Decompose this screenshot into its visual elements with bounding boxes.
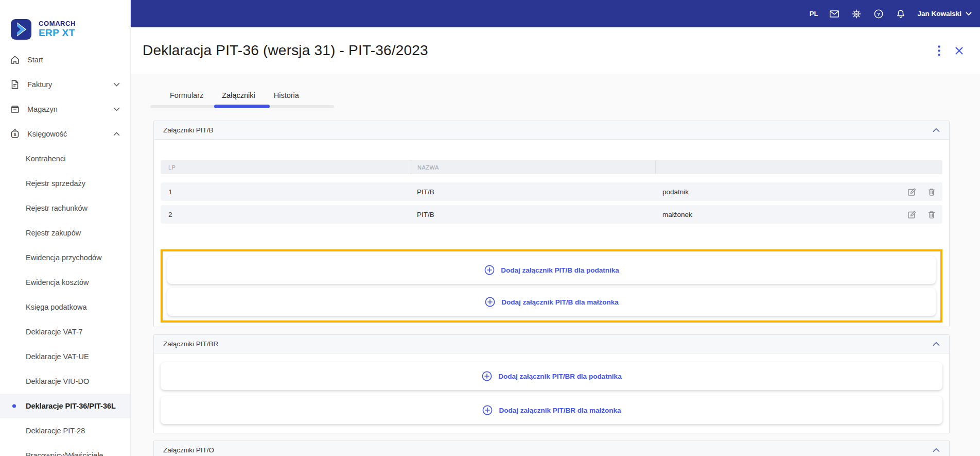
cell-nazwa: PIT/B xyxy=(411,188,655,196)
sidebar-item-deklaracje-pit28[interactable]: Deklaracje PIT-28 xyxy=(0,418,130,443)
cell-lp: 2 xyxy=(161,211,411,218)
sidebar: COMARCH ERP XT Start Faktury xyxy=(0,0,131,456)
add-button-label: Dodaj załącznik PIT/BR dla podatnika xyxy=(498,373,621,380)
add-pitbr-podatnik-button[interactable]: Dodaj załącznik PIT/BR dla podatnika xyxy=(161,362,942,390)
sidebar-item-label: Magazyn xyxy=(27,105,58,113)
svg-text:?: ? xyxy=(878,11,881,16)
warehouse-icon xyxy=(9,104,21,115)
edit-icon[interactable] xyxy=(907,210,917,219)
column-header-lp: LP xyxy=(161,160,411,174)
kebab-menu-icon[interactable] xyxy=(938,45,940,56)
sidebar-item-ewidencja-kosztow[interactable]: Ewidencja kosztów xyxy=(0,270,130,295)
brand-logo[interactable]: COMARCH ERP XT xyxy=(0,0,130,47)
comarch-logo-icon xyxy=(10,19,32,40)
chevron-up-icon[interactable] xyxy=(933,448,940,452)
section-pitb-header[interactable]: Załączniki PIT/B xyxy=(154,121,949,140)
topbar: PL ? Jan Kowalski xyxy=(131,0,980,27)
tab-formularz[interactable]: Formularz xyxy=(161,89,213,102)
sidebar-item-label: Rejestr sprzedaży xyxy=(26,179,85,188)
table-row[interactable]: 1 PIT/B podatnik xyxy=(161,182,942,201)
user-menu[interactable]: Jan Kowalski xyxy=(917,10,972,18)
sidebar-item-label: Deklaracje PIT-28 xyxy=(26,427,85,435)
mail-icon[interactable] xyxy=(829,8,840,20)
sidebar-item-deklaracje-vatue[interactable]: Deklaracje VAT-UE xyxy=(0,344,130,369)
sidebar-item-label: Kontrahenci xyxy=(26,155,65,163)
sidebar-item-rejestr-sprzedazy[interactable]: Rejestr sprzedaży xyxy=(0,171,130,196)
add-pitb-malzonek-button[interactable]: Dodaj załącznik PIT/B dla małżonka xyxy=(167,288,936,316)
sidebar-item-deklaracje-pit36[interactable]: Deklaracje PIT-36/PIT-36L xyxy=(0,394,130,418)
user-name: Jan Kowalski xyxy=(917,10,961,18)
chevron-down-icon xyxy=(113,107,120,111)
sidebar-item-label: Ewidencja przychodów xyxy=(26,254,102,262)
gear-icon[interactable] xyxy=(851,8,862,20)
add-button-label: Dodaj załącznik PIT/B dla małżonka xyxy=(501,298,618,306)
cell-lp: 1 xyxy=(161,188,411,196)
sidebar-item-label: Deklaracje PIT-36/PIT-36L xyxy=(26,402,116,410)
section-title: Załączniki PIT/B xyxy=(163,126,214,134)
section-pitbr-header[interactable]: Załączniki PIT/BR xyxy=(154,335,949,353)
plus-circle-icon xyxy=(484,264,495,276)
main-area: PL ? Jan Kowalski xyxy=(131,0,980,456)
plus-circle-icon xyxy=(481,370,493,382)
section-pito-header[interactable]: Załączniki PIT/O xyxy=(154,441,949,456)
cell-nazwa: PIT/B xyxy=(411,211,655,218)
sidebar-item-label: Faktury xyxy=(27,80,52,89)
sidebar-item-rejestr-rachunkow[interactable]: Rejestr rachunków xyxy=(0,196,130,221)
sidebar-item-label: Rejestr rachunków xyxy=(26,204,87,212)
sidebar-item-start[interactable]: Start xyxy=(0,47,130,72)
add-button-label: Dodaj załącznik PIT/BR dla małżonka xyxy=(499,407,621,414)
add-pitbr-malzonek-button[interactable]: Dodaj załącznik PIT/BR dla małżonka xyxy=(161,396,942,424)
bell-icon[interactable] xyxy=(895,8,906,20)
app-root: COMARCH ERP XT Start Faktury xyxy=(0,0,980,456)
section-title: Załączniki PIT/O xyxy=(163,446,214,454)
brand-product: ERP XT xyxy=(39,28,76,39)
sidebar-item-label: Księgowość xyxy=(27,130,67,138)
svg-text:$: $ xyxy=(13,132,16,137)
page-header: Deklaracja PIT-36 (wersja 31) - PIT-36/2… xyxy=(131,27,980,74)
edit-icon[interactable] xyxy=(907,187,917,197)
sidebar-item-label: Księga podatkowa xyxy=(26,303,87,311)
invoice-icon xyxy=(9,79,21,90)
tab-content: Formularz Załączniki Historia Załączniki… xyxy=(131,74,980,456)
accounting-icon: $ xyxy=(9,128,21,140)
sidebar-item-pracownicy-wlasciciele[interactable]: Pracownicy/Właściciele xyxy=(0,443,130,456)
chevron-down-icon xyxy=(113,82,120,87)
sidebar-item-faktury[interactable]: Faktury xyxy=(0,72,130,97)
tab-zalaczniki[interactable]: Załączniki xyxy=(213,89,264,102)
brand-name: COMARCH xyxy=(39,20,76,27)
highlight-box: Dodaj załącznik PIT/B dla podatnika Doda… xyxy=(161,249,942,323)
sidebar-item-ksiega-podatkowa[interactable]: Księga podatkowa xyxy=(0,295,130,319)
active-tab-indicator xyxy=(214,105,270,108)
section-pitbr: Załączniki PIT/BR Dodaj załącznik PIT/BR… xyxy=(153,334,950,433)
delete-icon[interactable] xyxy=(927,187,936,197)
sidebar-item-ewidencja-przychodow[interactable]: Ewidencja przychodów xyxy=(0,245,130,270)
sidebar-nav: Start Faktury Magazyn xyxy=(0,47,130,456)
plus-circle-icon xyxy=(482,404,493,416)
column-header-nazwa: NAZWA xyxy=(411,160,655,174)
sidebar-item-magazyn[interactable]: Magazyn xyxy=(0,97,130,122)
add-pitb-podatnik-button[interactable]: Dodaj załącznik PIT/B dla podatnika xyxy=(167,256,936,284)
tab-historia[interactable]: Historia xyxy=(265,89,308,102)
section-pito: Załączniki PIT/O xyxy=(153,441,950,456)
page-title: Deklaracja PIT-36 (wersja 31) - PIT-36/2… xyxy=(143,42,428,59)
sidebar-item-kontrahenci[interactable]: Kontrahenci xyxy=(0,146,130,171)
plus-circle-icon xyxy=(484,296,496,308)
delete-icon[interactable] xyxy=(927,210,936,219)
cell-osoba: podatnik xyxy=(655,188,907,196)
sidebar-item-label: Deklaracje VAT-7 xyxy=(26,328,83,336)
sidebar-item-label: Rejestr zakupów xyxy=(26,229,81,237)
language-selector[interactable]: PL xyxy=(810,10,818,18)
sidebar-item-label: Ewidencja kosztów xyxy=(26,278,89,286)
help-icon[interactable]: ? xyxy=(873,8,884,20)
sidebar-item-deklaracje-viudo[interactable]: Deklaracje VIU-DO xyxy=(0,369,130,394)
sidebar-item-label: Deklaracje VAT-UE xyxy=(26,352,89,361)
sidebar-item-ksiegowosc[interactable]: $ Księgowość xyxy=(0,122,130,146)
close-icon[interactable] xyxy=(955,46,964,55)
section-pitb: Załączniki PIT/B LP NAZWA 1 PIT/B podatn xyxy=(153,121,950,327)
chevron-up-icon[interactable] xyxy=(933,128,940,132)
column-header-empty xyxy=(655,160,942,174)
sidebar-item-deklaracje-vat7[interactable]: Deklaracje VAT-7 xyxy=(0,319,130,344)
sidebar-item-rejestr-zakupow[interactable]: Rejestr zakupów xyxy=(0,221,130,245)
table-row[interactable]: 2 PIT/B małżonek xyxy=(161,205,942,224)
chevron-up-icon[interactable] xyxy=(933,342,940,346)
